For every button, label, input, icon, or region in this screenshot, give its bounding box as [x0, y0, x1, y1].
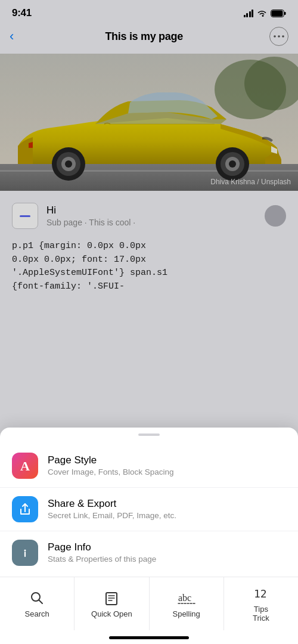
action-quick-open-label: Quick Open: [91, 609, 132, 618]
page-info-desc: Stats & Properties of this page: [48, 555, 286, 564]
home-indicator: [109, 636, 189, 639]
action-quick-open[interactable]: Quick Open: [74, 577, 149, 630]
svg-text:A: A: [20, 459, 30, 473]
sheet-menu: A Page Style Cover Image, Fonts, Block S…: [0, 439, 298, 574]
share-icon: [18, 502, 32, 516]
info-icon: [18, 546, 32, 560]
search-icon: [29, 590, 45, 606]
page-style-desc: Cover Image, Fonts, Block Spacing: [48, 467, 286, 476]
page-info-icon: [12, 540, 38, 566]
quick-open-icon: [104, 590, 119, 606]
a-icon: A: [17, 458, 33, 473]
spelling-icon: abc: [177, 590, 196, 606]
tips-icon: 12:: [253, 586, 269, 601]
share-export-title: Share & Export: [48, 498, 286, 510]
sheet-item-page-style[interactable]: A Page Style Cover Image, Fonts, Block S…: [0, 444, 298, 488]
page-style-icon: A: [12, 453, 38, 479]
action-search[interactable]: Search: [0, 577, 74, 630]
action-tips-label: TipsTrick: [253, 605, 269, 623]
share-export-desc: Secret Link, Email, PDF, Image, etc.: [48, 511, 286, 520]
sheet-handle: [138, 434, 160, 436]
svg-text:abc: abc: [178, 593, 191, 603]
action-tips[interactable]: 12: TipsTrick: [224, 577, 298, 630]
action-spelling[interactable]: abc Spelling: [150, 577, 224, 630]
action-spelling-label: Spelling: [172, 609, 200, 618]
svg-text:12:: 12:: [254, 587, 269, 600]
sheet-item-page-info[interactable]: Page Info Stats & Properties of this pag…: [0, 531, 298, 574]
bottom-actions: Search Quick Open abc Spelling 12:: [0, 577, 298, 630]
page-info-text: Page Info Stats & Properties of this pag…: [48, 541, 286, 564]
bottom-sheet: A Page Style Cover Image, Fonts, Block S…: [0, 428, 298, 644]
svg-point-20: [24, 549, 26, 551]
share-export-icon: [12, 496, 38, 522]
page-style-text: Page Style Cover Image, Fonts, Block Spa…: [48, 454, 286, 476]
share-export-text: Share & Export Secret Link, Email, PDF, …: [48, 498, 286, 520]
action-search-label: Search: [25, 609, 49, 618]
svg-rect-22: [106, 593, 117, 605]
sheet-item-share-export[interactable]: Share & Export Secret Link, Email, PDF, …: [0, 488, 298, 531]
page-style-title: Page Style: [48, 454, 286, 466]
page-info-title: Page Info: [48, 541, 286, 553]
